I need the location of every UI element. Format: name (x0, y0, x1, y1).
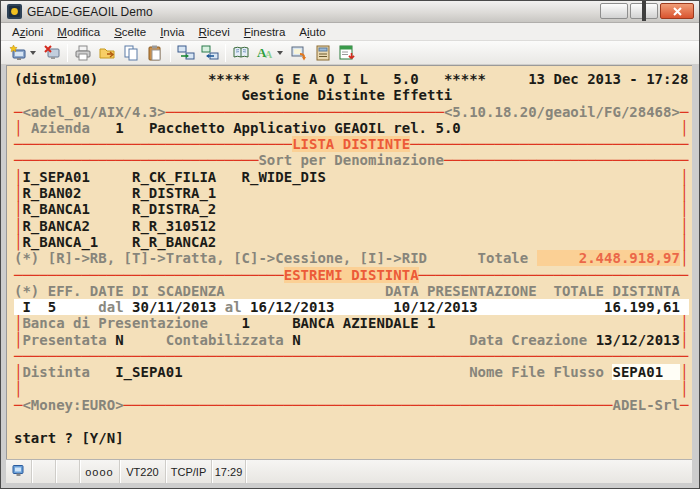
terminal-row: │I_SEPA01 R_CK_FILIA R_WIDE_DIS │ (14, 169, 689, 185)
terminal-row (14, 413, 689, 429)
terminal-row: ────────────────────────────────ESTREMI … (14, 267, 689, 283)
fonts-icon: AA (256, 44, 274, 62)
terminal-row: (distm100) ***** G E A O I L 5.0 ***** 1… (14, 71, 689, 87)
status-cell-empty-7 (246, 460, 692, 483)
quick-connect-icon (9, 44, 27, 62)
terminal-row: │R_BANCA_1 R_R_BANCA2 │ (14, 234, 689, 250)
terminal-row: ─<Money:EURO>───────────────────────────… (14, 397, 689, 413)
receive-transfer-button[interactable] (174, 42, 198, 63)
terminal-row: (*) [R]->RB, [T]->Tratta, [C]->Cessione,… (14, 250, 689, 266)
terminal-row: │Presentata N Contabilizzata N Data Crea… (14, 332, 689, 348)
menu-item-aiuto[interactable]: Aiuto (292, 25, 332, 39)
status-cell-empty-1 (32, 460, 56, 483)
receive-transfer-icon (177, 44, 195, 62)
status-cell-vt220: VT220 (120, 460, 166, 483)
fonts-button[interactable]: AA (253, 42, 277, 63)
copy-icon (122, 44, 140, 62)
send-transfer-button[interactable] (198, 42, 222, 63)
terminal-row: ─────────────────────────────────LISTA D… (14, 136, 689, 152)
disconnect-icon (43, 44, 61, 62)
send-transfer-icon (201, 44, 219, 62)
terminal-row: │Banca di Presentazione 1 BANCA AZIENDAL… (14, 315, 689, 331)
maximize-button[interactable] (630, 3, 658, 19)
connection-icon (12, 465, 25, 479)
print-icon (74, 44, 92, 62)
status-cell-tcp-ip: TCP/IP (166, 460, 212, 483)
status-cell-oooo: oooo (80, 460, 120, 483)
paste-button[interactable] (143, 42, 167, 63)
window-title: GEADE-GEAOIL Demo (27, 5, 153, 19)
address-book-icon (232, 44, 250, 62)
terminal-row: │ Azienda 1 Pacchetto Applicativo GEAOIL… (14, 120, 689, 136)
toolbar-separator (67, 44, 68, 62)
macro-pad-icon (338, 44, 356, 62)
terminal-row: (*) EFF. DATE DI SCADENZA DATA PRESENTAZ… (14, 283, 689, 299)
menu-item-finestra[interactable]: Finestra (237, 25, 293, 39)
app-window: GEADE-GEAOIL Demo AzioniModificaScelteIn… (0, 0, 700, 489)
address-book-button[interactable] (229, 42, 253, 63)
title-bar: GEADE-GEAOIL Demo (1, 1, 699, 23)
status-cell-17-29: 17:29 (212, 460, 246, 483)
minimize-button[interactable] (600, 3, 628, 19)
toolbar: AA (1, 41, 699, 65)
send-file-button[interactable] (95, 42, 119, 63)
menu-item-azioni[interactable]: Azioni (5, 25, 50, 39)
terminal-row: │ │ (14, 381, 689, 397)
toolbar-separator (170, 44, 171, 62)
terminal-row: Gestione Distinte Effetti (14, 87, 689, 103)
toolbar-separator (225, 44, 226, 62)
status-bar: ooooVT220TCP/IP17:29 (6, 459, 692, 483)
menu-item-invia[interactable]: Invia (153, 25, 191, 39)
terminal-row: │R_BANCA1 R_DISTRA_2 │ (14, 201, 689, 217)
paste-icon (146, 44, 164, 62)
display-settings-button[interactable] (287, 42, 311, 63)
terminal-row: │Distinta I_SEPA01 Nome File Flusso SEPA… (14, 364, 689, 380)
send-file-icon (98, 44, 116, 62)
terminal-row: │R_BANCA2 R_R_310512 │ (14, 218, 689, 234)
disconnect-button[interactable] (40, 42, 64, 63)
app-icon (7, 4, 22, 19)
menu-item-ricevi[interactable]: Ricevi (191, 25, 236, 39)
terminal-row: ─────────────────────────────Sort per De… (14, 152, 689, 168)
fonts-dropdown-arrow-icon[interactable] (277, 51, 283, 55)
menu-item-scelte[interactable]: Scelte (107, 25, 153, 39)
terminal-row: ────────────────────────────────────────… (14, 348, 689, 364)
terminal-screen[interactable]: (distm100) ***** G E A O I L 5.0 ***** 1… (6, 65, 692, 459)
menu-item-modifica[interactable]: Modifica (50, 25, 107, 39)
svg-text:A: A (265, 49, 273, 60)
display-settings-icon (290, 44, 308, 62)
status-cell-empty-2 (56, 460, 80, 483)
session-properties-icon (314, 44, 332, 62)
window-controls (598, 3, 694, 19)
maximize-icon (642, 2, 646, 20)
menu-bar: AzioniModificaScelteInviaRiceviFinestraA… (1, 23, 699, 41)
quick-connect-dropdown-arrow-icon[interactable] (30, 51, 36, 55)
quick-connect-button[interactable] (6, 42, 30, 63)
copy-button[interactable] (119, 42, 143, 63)
close-icon (673, 2, 682, 20)
terminal-row: ─<adel_01/AIX/4.3>──────────────────────… (14, 104, 689, 120)
print-button[interactable] (71, 42, 95, 63)
terminal-row: │R_BAN02 R_DISTRA_1 │ (14, 185, 689, 201)
status-cell-connection (6, 460, 32, 483)
terminal-row: start ? [Y/N] (14, 430, 689, 446)
session-properties-button[interactable] (311, 42, 335, 63)
macro-pad-button[interactable] (335, 42, 359, 63)
close-button[interactable] (660, 3, 694, 19)
terminal-row: I 5 dal 30/11/2013 al 16/12/2013 10/12/2… (14, 299, 689, 315)
